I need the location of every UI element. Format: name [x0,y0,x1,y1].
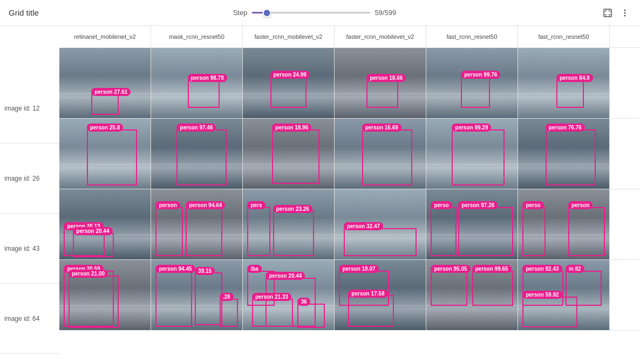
detection-label-3-3-1: person 17.58 [348,290,387,298]
col-header-2: faster_rcnn_mobilevet_v2 [243,26,335,47]
detection-label-1-2-0: person 18.96 [272,123,311,132]
grid-cell-0-2: person 24.99 [243,48,335,118]
detection-label-1-4-0: person 99.29 [452,123,491,132]
step-value: 59/599 [375,9,407,17]
grid-cell-3-1: person 94.4539.15.28 [151,260,243,330]
detection-label-2-1-0: person [155,201,180,209]
detection-label-3-5-0: person 82.43 [522,265,562,273]
grid-cell-0-5: person 84.9 [518,48,610,118]
col-header-1: mask_rcnn_resnet50 [151,26,243,47]
detection-label-2-1-1: person 94.64 [186,201,225,209]
grid-cell-1-0: person 25.8 [59,119,151,189]
svg-point-3 [624,15,626,16]
row-label-3: image id: 64 [0,284,59,354]
grid-cell-3-3: person 18.07person 17.58 [335,260,426,330]
step-control: Step 59/599 [233,9,407,17]
grid-area: retinanet_mobilenet_v2mask_rcnn_resnet50… [59,26,640,364]
detection-label-2-0-1: person 20.44 [73,227,112,235]
svg-point-1 [624,9,626,11]
detection-label-3-1-2: .28 [220,293,234,301]
row-label-0: image id: 12 [0,73,59,143]
detection-label-1-3-0: person 16.69 [362,123,401,132]
detection-label-3-4-0: person 95.05 [431,265,470,273]
detection-label-2-3-0: person 32.47 [344,222,383,230]
detection-label-3-5-2: person 59.92 [522,291,562,299]
grid-cell-3-2: ibaperson 20.44person 21.3336 [243,260,335,330]
step-label: Step [233,9,248,17]
detection-label-2-2-0: pers [247,201,265,209]
grid-cell-2-4: persoperson 97.26 [426,189,518,259]
header: Grid title Step 59/599 [0,0,640,26]
grid-cell-3-0: person 20.59person 21.00 [59,260,151,330]
expand-button[interactable] [601,6,614,19]
grid-cell-2-0: person 20.13person 20.44 [59,189,151,259]
row-label-container: image id: 12image id: 26image id: 43imag… [0,73,59,354]
detection-label-2-2-1: person 23.26 [273,205,312,213]
grid-cell-2-5: persoperson [518,189,610,259]
col-header-5: fast_rcnn_resnet50 [518,26,610,47]
detection-label-3-4-1: person 99.65 [472,265,512,273]
grid-cell-2-1: personperson 94.64 [151,189,243,259]
detection-label-0-0-0: person 27.61 [91,88,131,96]
row-labels: image id: 12image id: 26image id: 43imag… [0,26,59,364]
grid-cell-0-3: person 18.66 [335,48,426,118]
detection-label-0-2-0: person 24.99 [270,71,310,79]
detection-label-3-2-1: person 20.44 [265,272,305,280]
detection-label-2-4-0: perso [431,201,452,209]
row-label-spacer [0,52,59,73]
grid-rows: person 27.61person 98.78person 24.99pers… [59,48,640,331]
detection-label-1-0-0: person 25.8 [87,123,124,132]
col-header-0: retinanet_mobilenet_v2 [59,26,151,47]
detection-label-3-1-1: 39.15 [195,267,215,275]
detection-label-2-5-1: person [568,201,593,209]
detection-label-2-4-1: person 97.26 [458,201,498,209]
row-label-2: image id: 43 [0,214,59,284]
grid-title: Grid title [9,8,39,17]
svg-point-2 [624,12,626,13]
detection-label-3-0-1: person 21.00 [69,270,108,278]
main-content: image id: 12image id: 26image id: 43imag… [0,26,640,364]
detection-label-3-2-0: iba [247,265,261,273]
col-headers: retinanet_mobilenet_v2mask_rcnn_resnet50… [59,26,640,48]
detection-label-3-3-0: person 18.07 [339,265,378,273]
grid-cell-0-4: person 99.76 [426,48,518,118]
detection-label-0-5-0: person 84.9 [556,74,593,82]
header-icons [601,6,631,19]
grid-cell-1-3: person 16.69 [335,119,426,189]
detection-label-0-4-0: person 99.76 [461,71,500,79]
detection-label-3-5-1: in 82 [566,265,584,273]
grid-cell-1-2: person 18.96 [243,119,335,189]
grid-row-2: person 20.13person 20.44personperson 94.… [59,189,640,260]
grid-cell-1-4: person 99.29 [426,119,518,189]
more-options-button[interactable] [618,6,631,19]
grid-cell-3-4: person 95.05person 99.65 [426,260,518,330]
svg-rect-0 [604,9,611,17]
detection-label-0-1-0: person 98.78 [188,74,227,82]
detection-label-0-3-0: person 18.66 [366,74,406,82]
detection-label-2-5-0: perso [522,201,543,209]
grid-row-3: person 20.59person 21.00person 94.4539.1… [59,260,640,331]
grid-cell-3-5: person 82.43in 82person 59.92 [518,260,610,330]
detection-label-3-1-0: person 94.45 [155,265,195,273]
col-header-3: faster_rcnn_mobilevet_v2 [335,26,426,47]
grid-cell-2-2: persperson 23.26 [243,189,335,259]
detection-label-1-1-0: person 97.46 [176,123,216,132]
row-label-1: image id: 26 [0,143,59,214]
step-slider[interactable] [251,12,370,13]
grid-cell-1-5: person 76.76 [518,119,610,189]
detection-label-3-2-2: person 21.33 [252,293,291,301]
detection-label-3-2-3: 36 [297,298,310,306]
grid-cell-1-1: person 97.46 [151,119,243,189]
detection-label-1-5-0: person 76.76 [546,123,585,132]
col-header-4: fast_rcnn_resnet50 [426,26,518,47]
grid-cell-0-0: person 27.61 [59,48,151,118]
grid-row-0: person 27.61person 98.78person 24.99pers… [59,48,640,119]
grid-cell-2-3: person 32.47 [335,189,426,259]
grid-row-1: person 25.8person 97.46person 18.96perso… [59,119,640,189]
grid-cell-0-1: person 98.78 [151,48,243,118]
